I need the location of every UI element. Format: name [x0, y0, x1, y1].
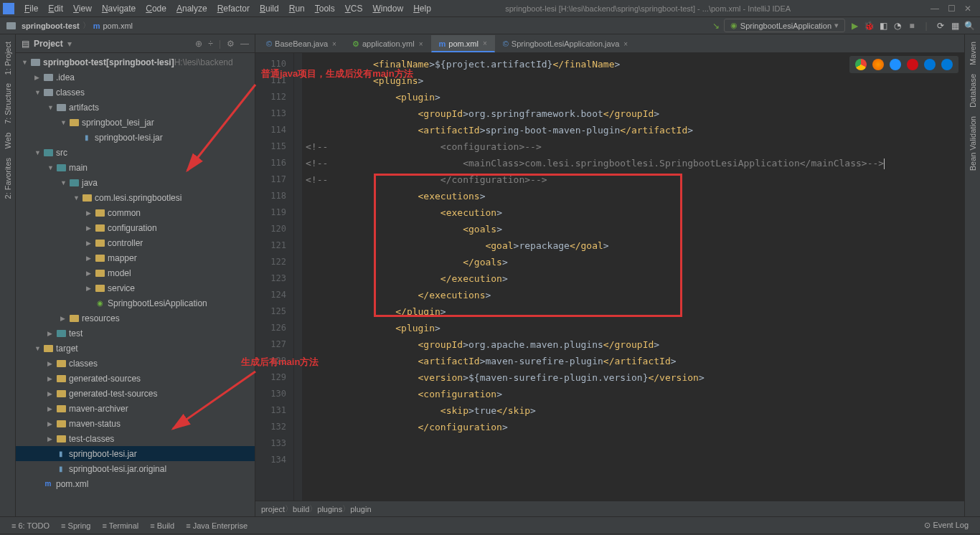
edge-icon[interactable]	[941, 59, 953, 70]
tree-item[interactable]: ▼com.lesi.springbootlesi	[16, 190, 255, 205]
tree-item[interactable]: ▮springboot-lesi.jar	[16, 446, 255, 461]
tree-item[interactable]: ▶test	[16, 326, 255, 341]
run-configuration-dropdown[interactable]: ◉ SpringbootLesiApplication ▾	[724, 19, 845, 32]
editor-tab[interactable]: ⚙application.yml×	[344, 35, 431, 52]
tree-item[interactable]: ▮springboot-lesi.jar	[16, 130, 255, 145]
structure-button[interactable]: ▦	[950, 21, 960, 31]
tree-item[interactable]: ▶common	[16, 205, 255, 220]
close-tab-icon[interactable]: ×	[332, 40, 336, 48]
maximize-button[interactable]: ☐	[948, 4, 956, 14]
bottom-tab-todo[interactable]: ≡ 6: TODO	[6, 520, 55, 531]
tree-item[interactable]: ▮springboot-lesi.jar.original	[16, 461, 255, 476]
hammer-icon[interactable]: ↘	[712, 21, 720, 31]
tree-item[interactable]: ▶service	[16, 280, 255, 295]
crumb-item[interactable]: project	[261, 505, 285, 513]
tree-item[interactable]: mpom.xml	[16, 476, 255, 491]
menu-navigate[interactable]: Navigate	[98, 2, 140, 15]
tree-item[interactable]: ▶maven-status	[16, 416, 255, 431]
project-sidebar: ▤ Project ▾ ⊕ ÷ | ⚙ — ▼springboot-test […	[16, 34, 255, 516]
crumb-item[interactable]: plugin	[350, 505, 371, 513]
close-button[interactable]: ✕	[964, 4, 971, 14]
tree-item[interactable]: ▼classes	[16, 85, 255, 100]
breadcrumb[interactable]: springboot-test 〉 m pom.xml	[6, 20, 133, 31]
ie-icon[interactable]	[924, 59, 936, 70]
close-tab-icon[interactable]: ×	[623, 40, 628, 48]
update-button[interactable]: ⟳	[936, 21, 946, 31]
tree-item[interactable]: ▶maven-archiver	[16, 401, 255, 416]
debug-button[interactable]: 🐞	[864, 21, 874, 31]
menu-window[interactable]: Window	[368, 2, 407, 15]
bottom-tab-spring[interactable]: ≡ Spring	[55, 520, 96, 531]
editor-tab[interactable]: ©SpringbootLesiApplication.java×	[495, 35, 636, 52]
run-button[interactable]: ▶	[849, 21, 859, 31]
settings-icon[interactable]: ⚙	[227, 39, 235, 49]
hide-icon[interactable]: —	[240, 39, 249, 49]
tree-item[interactable]: ▶.idea	[16, 70, 255, 85]
tree-item[interactable]: ▶test-classes	[16, 431, 255, 446]
bottom-tab-terminal[interactable]: ≡ Terminal	[96, 520, 144, 531]
editor-breadcrumb[interactable]: project 〉 build 〉 plugins 〉 plugin	[255, 501, 964, 516]
safari-icon[interactable]	[890, 59, 901, 70]
menu-vcs[interactable]: VCS	[341, 2, 367, 15]
menu-run[interactable]: Run	[285, 2, 309, 15]
search-button[interactable]: 🔍	[964, 21, 974, 31]
menu-edit[interactable]: Edit	[44, 2, 67, 15]
profile-button[interactable]: ◔	[892, 21, 903, 31]
right-tab-database[interactable]: Database	[967, 70, 979, 112]
menu-help[interactable]: Help	[409, 2, 435, 15]
editor-tab[interactable]: mpom.xml×	[431, 35, 495, 52]
divide-icon[interactable]: ÷	[208, 39, 213, 49]
tree-item[interactable]: ▶mapper	[16, 250, 255, 265]
left-tool-stripe: 1: Project7: StructureWeb2: Favorites	[0, 34, 16, 516]
tree-item[interactable]: ▼src	[16, 145, 255, 160]
collapse-icon[interactable]: ⊕	[195, 39, 202, 49]
menu-tools[interactable]: Tools	[311, 2, 339, 15]
crumb-item[interactable]: build	[293, 505, 309, 513]
tree-item[interactable]: ▼java	[16, 175, 255, 190]
code-editor[interactable]: <finalName>${project.artifactId}</finalN…	[303, 53, 964, 501]
tree-item[interactable]: ▶classes	[16, 356, 255, 371]
menu-file[interactable]: File	[20, 2, 42, 15]
coverage-button[interactable]: ◧	[878, 21, 888, 31]
close-tab-icon[interactable]: ×	[419, 40, 423, 48]
project-panel-title[interactable]: Project	[34, 39, 63, 49]
menu-build[interactable]: Build	[255, 2, 283, 15]
tree-item[interactable]: ▶generated-sources	[16, 371, 255, 386]
tree-item[interactable]: ▶configuration	[16, 220, 255, 235]
close-tab-icon[interactable]: ×	[483, 39, 487, 47]
right-tab-maven[interactable]: Maven	[967, 37, 979, 70]
menu-refactor[interactable]: Refactor	[213, 2, 254, 15]
bottom-tab-build[interactable]: ≡ Build	[144, 520, 180, 531]
tree-item[interactable]: ▶controller	[16, 235, 255, 250]
tree-item[interactable]: ▶generated-test-sources	[16, 386, 255, 401]
tree-item[interactable]: ▼artifacts	[16, 100, 255, 115]
firefox-icon[interactable]	[872, 59, 884, 70]
bottom-tab-javaenterprise[interactable]: ≡ Java Enterprise	[180, 520, 253, 531]
opera-icon[interactable]	[907, 59, 918, 70]
menu-analyze[interactable]: Analyze	[172, 2, 212, 15]
tree-item[interactable]: ▶resources	[16, 311, 255, 326]
right-tab-beanvalidation[interactable]: Bean Validation	[967, 112, 979, 175]
left-tab-project[interactable]: 1: Project	[2, 37, 14, 79]
editor-tab[interactable]: ©BaseBean.java×	[258, 35, 344, 52]
left-tab-favorites[interactable]: 2: Favorites	[2, 153, 14, 203]
menu-code[interactable]: Code	[141, 2, 171, 15]
tree-item[interactable]: ▶model	[16, 265, 255, 280]
menu-view[interactable]: View	[69, 2, 96, 15]
event-log-button[interactable]: ⊙ Event Log	[918, 519, 974, 531]
tree-item[interactable]: ▼springboot-test [springboot-lesi] H:\le…	[16, 55, 255, 70]
line-gutter[interactable]: 1101111121131141151161171181191201211221…	[255, 53, 294, 501]
left-tab-structure[interactable]: 7: Structure	[2, 79, 14, 128]
stop-button[interactable]: ■	[907, 21, 917, 31]
chrome-icon[interactable]	[855, 59, 867, 70]
tree-item[interactable]: ▼springboot_lesi_jar	[16, 115, 255, 130]
crumb-item[interactable]: plugins	[317, 505, 342, 513]
left-tab-web[interactable]: Web	[2, 128, 14, 153]
tree-item[interactable]: ◉SpringbootLesiApplication	[16, 295, 255, 311]
window-title: springboot-lesi [H:\lesi\backend\spring\…	[505, 4, 791, 13]
tree-item[interactable]: ▼target	[16, 341, 255, 356]
project-tree[interactable]: ▼springboot-test [springboot-lesi] H:\le…	[16, 53, 255, 516]
minimize-button[interactable]: —	[930, 4, 939, 14]
fold-column[interactable]	[294, 53, 303, 501]
tree-item[interactable]: ▼main	[16, 160, 255, 175]
